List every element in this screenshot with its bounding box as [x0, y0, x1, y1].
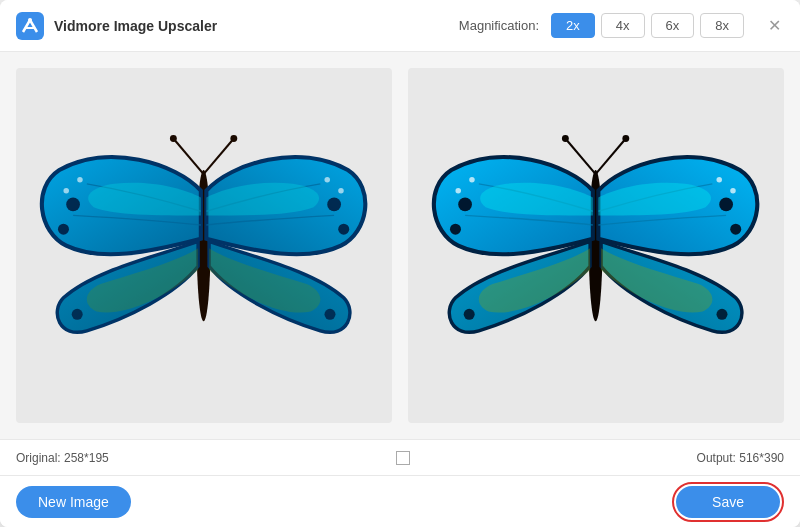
- svg-point-25: [731, 224, 742, 235]
- svg-point-11: [72, 309, 83, 320]
- info-bar: Original: 258*195 Output: 516*390: [0, 439, 800, 475]
- svg-point-15: [339, 188, 344, 193]
- svg-point-31: [717, 177, 722, 182]
- magnification-controls: 2x 4x 6x 8x: [551, 13, 744, 38]
- svg-point-19: [562, 135, 569, 142]
- svg-line-20: [596, 138, 626, 174]
- svg-point-27: [717, 309, 728, 320]
- svg-line-5: [204, 138, 234, 174]
- app-logo-icon: [16, 12, 44, 40]
- close-button[interactable]: ✕: [764, 16, 784, 36]
- svg-point-4: [170, 135, 177, 142]
- output-image-panel: [408, 68, 784, 423]
- original-dimensions: Original: 258*195: [16, 451, 109, 465]
- svg-point-7: [67, 197, 81, 211]
- svg-point-21: [623, 135, 630, 142]
- svg-point-28: [456, 188, 461, 193]
- svg-point-22: [459, 197, 473, 211]
- mag-4x-button[interactable]: 4x: [601, 13, 645, 38]
- svg-point-29: [470, 177, 475, 182]
- svg-point-12: [325, 309, 336, 320]
- svg-point-16: [325, 177, 330, 182]
- svg-point-14: [78, 177, 83, 182]
- svg-point-26: [464, 309, 475, 320]
- svg-point-9: [328, 197, 342, 211]
- svg-point-23: [450, 224, 461, 235]
- app-title: Vidmore Image Upscaler: [54, 18, 217, 34]
- svg-line-18: [566, 138, 596, 174]
- original-butterfly-image: [25, 77, 382, 414]
- compare-checkbox[interactable]: [396, 451, 410, 465]
- svg-line-3: [174, 138, 204, 174]
- main-content: [0, 52, 800, 439]
- svg-point-1: [28, 18, 32, 22]
- bottom-bar: New Image Save: [0, 475, 800, 527]
- svg-point-6: [231, 135, 238, 142]
- new-image-button[interactable]: New Image: [16, 486, 131, 518]
- save-button-wrapper: Save: [672, 482, 784, 522]
- output-dimensions: Output: 516*390: [697, 451, 784, 465]
- mag-6x-button[interactable]: 6x: [651, 13, 695, 38]
- svg-point-10: [339, 224, 350, 235]
- title-bar: Vidmore Image Upscaler Magnification: 2x…: [0, 0, 800, 52]
- svg-rect-0: [16, 12, 44, 40]
- save-button[interactable]: Save: [676, 486, 780, 518]
- svg-point-30: [731, 188, 736, 193]
- original-image-panel: [16, 68, 392, 423]
- app-window: Vidmore Image Upscaler Magnification: 2x…: [0, 0, 800, 527]
- magnification-label: Magnification:: [459, 18, 539, 33]
- svg-point-24: [720, 197, 734, 211]
- mag-8x-button[interactable]: 8x: [700, 13, 744, 38]
- svg-point-8: [58, 224, 69, 235]
- mag-2x-button[interactable]: 2x: [551, 13, 595, 38]
- output-butterfly-image: [417, 77, 774, 414]
- svg-point-13: [64, 188, 69, 193]
